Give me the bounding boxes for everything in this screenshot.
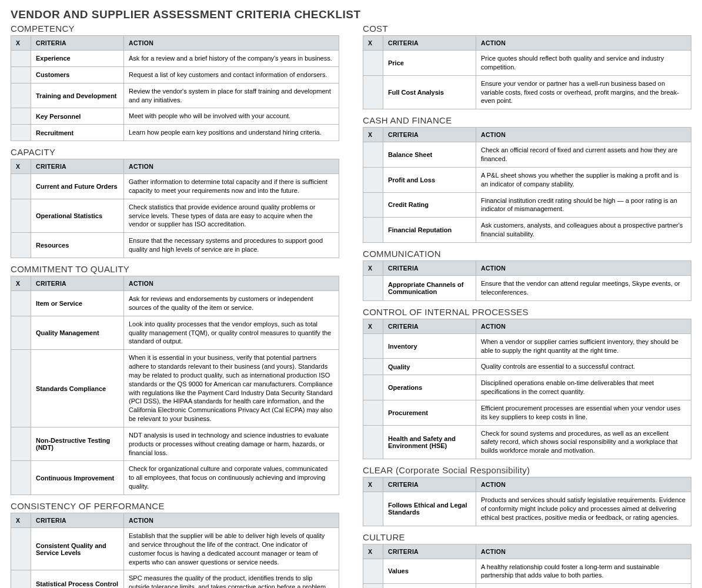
col-header-x: X bbox=[363, 544, 383, 559]
criteria-cell: Quality Management bbox=[31, 316, 124, 350]
checkbox-cell[interactable] bbox=[11, 199, 31, 233]
action-cell: Ensure that the necessary systems and pr… bbox=[124, 233, 339, 258]
left-column: COMPETENCYXCRITERIAACTIONExperienceAsk f… bbox=[11, 24, 339, 588]
section-clear: CLEAR (Corporate Social Responsibility)X… bbox=[363, 465, 691, 526]
checkbox-cell[interactable] bbox=[363, 400, 383, 425]
table-row: Balance SheetCheck an official record of… bbox=[363, 142, 691, 168]
col-header-action: ACTION bbox=[124, 276, 339, 290]
table-row: QualityQuality controls are essential to… bbox=[363, 359, 691, 375]
col-header-action: ACTION bbox=[124, 513, 339, 528]
checkbox-cell[interactable] bbox=[11, 570, 31, 588]
criteria-table: XCRITERIAACTIONBalance SheetCheck an off… bbox=[363, 127, 691, 243]
criteria-table: XCRITERIAACTIONConsistent Quality and Se… bbox=[11, 513, 339, 588]
checkbox-cell[interactable] bbox=[11, 461, 31, 495]
checkbox-cell[interactable] bbox=[363, 218, 383, 243]
checkbox-cell[interactable] bbox=[363, 333, 383, 359]
checkbox-cell[interactable] bbox=[11, 66, 31, 83]
table-row: ExperienceAsk for a review and a brief h… bbox=[11, 51, 339, 67]
col-header-x: X bbox=[11, 276, 31, 290]
criteria-cell: Non-Destructive Testing (NDT) bbox=[31, 427, 124, 461]
criteria-table: XCRITERIAACTIONItem or ServiceAsk for re… bbox=[11, 276, 339, 495]
criteria-cell: Consistent Quality and Service Levels bbox=[31, 528, 124, 570]
section-control-of-internal-processes: CONTROL OF INTERNAL PROCESSESXCRITERIAAC… bbox=[363, 307, 691, 459]
col-header-x: X bbox=[363, 36, 383, 51]
section-title: CASH AND FINANCE bbox=[363, 115, 691, 125]
criteria-cell: Profit and Loss bbox=[383, 167, 476, 192]
action-cell: Check statistics that provide evidence a… bbox=[124, 199, 339, 233]
action-cell: Ask customers, analysts, and colleagues … bbox=[476, 218, 691, 243]
criteria-cell: Standards Compliance bbox=[31, 350, 124, 427]
section-competency: COMPETENCYXCRITERIAACTIONExperienceAsk f… bbox=[11, 24, 339, 141]
action-cell: A partner should understand what impacts… bbox=[476, 584, 691, 588]
checkbox-cell[interactable] bbox=[11, 125, 31, 141]
action-cell: Check an official record of fixed and cu… bbox=[476, 142, 691, 168]
table-row: PricePrice quotes should reflect both qu… bbox=[363, 51, 691, 76]
checkbox-cell[interactable] bbox=[363, 584, 383, 588]
table-row: Training and DevelopmentReview the vendo… bbox=[11, 83, 339, 108]
checkbox-cell[interactable] bbox=[11, 83, 31, 108]
col-header-criteria: CRITERIA bbox=[31, 36, 124, 51]
action-cell: Ask for a review and a brief history of … bbox=[124, 51, 339, 67]
checkbox-cell[interactable] bbox=[363, 75, 383, 109]
checkbox-cell[interactable] bbox=[363, 359, 383, 375]
action-cell: Learn how people earn key positions and … bbox=[124, 125, 339, 141]
checkbox-cell[interactable] bbox=[363, 142, 383, 168]
table-row: Understanding Business DriversA partner … bbox=[363, 584, 691, 588]
table-row: CustomersRequest a list of key customers… bbox=[11, 66, 339, 83]
action-cell: A P&L sheet shows you whether the suppli… bbox=[476, 167, 691, 192]
checkbox-cell[interactable] bbox=[11, 528, 31, 570]
criteria-cell: Customers bbox=[31, 66, 124, 83]
col-header-action: ACTION bbox=[124, 159, 339, 174]
checkbox-cell[interactable] bbox=[11, 174, 31, 199]
criteria-cell: Procurement bbox=[383, 400, 476, 425]
criteria-cell: Appropriate Channels of Communication bbox=[383, 275, 476, 300]
checkbox-cell[interactable] bbox=[11, 350, 31, 427]
checkbox-cell[interactable] bbox=[11, 316, 31, 350]
criteria-cell: Inventory bbox=[383, 333, 476, 359]
section-title: COMPETENCY bbox=[11, 24, 339, 34]
checkbox-cell[interactable] bbox=[11, 51, 31, 67]
checkbox-cell[interactable] bbox=[363, 275, 383, 300]
action-cell: Ensure that the vendor can attend regula… bbox=[476, 275, 691, 300]
action-cell: Disciplined operations enable on-time de… bbox=[476, 375, 691, 400]
criteria-cell: Financial Reputation bbox=[383, 218, 476, 243]
table-row: Follows Ethical and Legal StandardsProdu… bbox=[363, 492, 691, 526]
action-cell: Look into quality processes that the ven… bbox=[124, 316, 339, 350]
action-cell: Request a list of key customers and cont… bbox=[124, 66, 339, 83]
table-row: Profit and LossA P&L sheet shows you whe… bbox=[363, 167, 691, 192]
section-capacity: CAPACITYXCRITERIAACTIONCurrent and Futur… bbox=[11, 147, 339, 258]
checkbox-cell[interactable] bbox=[11, 108, 31, 125]
criteria-cell: Full Cost Analysis bbox=[383, 75, 476, 109]
checkbox-cell[interactable] bbox=[363, 167, 383, 192]
checkbox-cell[interactable] bbox=[11, 233, 31, 258]
col-header-criteria: CRITERIA bbox=[383, 128, 476, 142]
checkbox-cell[interactable] bbox=[363, 559, 383, 584]
section-consistency-of-performance: CONSISTENCY OF PERFORMANCEXCRITERIAACTIO… bbox=[11, 501, 339, 588]
criteria-cell: Price bbox=[383, 51, 476, 76]
col-header-action: ACTION bbox=[476, 544, 691, 559]
table-row: Full Cost AnalysisEnsure your vendor or … bbox=[363, 75, 691, 109]
checkbox-cell[interactable] bbox=[363, 492, 383, 526]
checkbox-cell[interactable] bbox=[11, 427, 31, 461]
col-header-action: ACTION bbox=[476, 477, 691, 492]
col-header-action: ACTION bbox=[476, 36, 691, 51]
table-row: Quality ManagementLook into quality proc… bbox=[11, 316, 339, 350]
action-cell: Financial institution credit rating shou… bbox=[476, 192, 691, 218]
checkbox-cell[interactable] bbox=[363, 425, 383, 459]
action-cell: A healthy relationship could foster a lo… bbox=[476, 559, 691, 584]
action-cell: NDT analysis is used in technology and s… bbox=[124, 427, 339, 461]
section-title: COMMUNICATION bbox=[363, 249, 691, 259]
criteria-cell: Follows Ethical and Legal Standards bbox=[383, 492, 476, 526]
criteria-cell: Continuous Improvement bbox=[31, 461, 124, 495]
col-header-criteria: CRITERIA bbox=[31, 159, 124, 174]
checkbox-cell[interactable] bbox=[11, 290, 31, 316]
checkbox-cell[interactable] bbox=[363, 375, 383, 400]
section-cost: COSTXCRITERIAACTIONPricePrice quotes sho… bbox=[363, 24, 691, 109]
criteria-cell: Experience bbox=[31, 51, 124, 67]
checkbox-cell[interactable] bbox=[363, 51, 383, 76]
table-row: InventoryWhen a vendor or supplier carri… bbox=[363, 333, 691, 359]
criteria-cell: Recruitment bbox=[31, 125, 124, 141]
section-title: CAPACITY bbox=[11, 147, 339, 157]
action-cell: Establish that the supplier will be able… bbox=[124, 528, 339, 570]
checkbox-cell[interactable] bbox=[363, 192, 383, 218]
